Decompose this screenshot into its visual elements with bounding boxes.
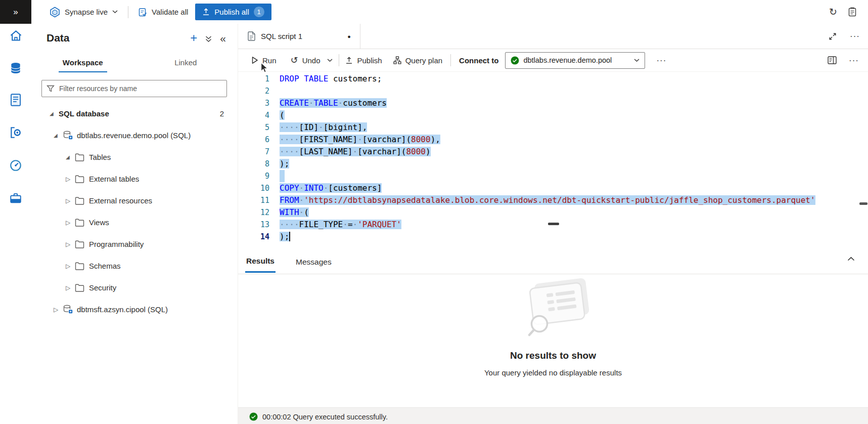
- code-line[interactable]: 10COPY·INTO·[customers]: [238, 182, 868, 194]
- tab-results[interactable]: Results: [245, 250, 276, 273]
- tree-collapsed-arrow-icon[interactable]: ▷: [66, 197, 75, 204]
- tree-item-external-tables[interactable]: ▷External tables: [31, 168, 237, 190]
- line-content[interactable]: ····[FIRST_NAME]·[varchar](8000),: [280, 134, 440, 146]
- line-number[interactable]: 13: [238, 219, 269, 231]
- line-number[interactable]: 6: [238, 134, 269, 146]
- nav-manage-button[interactable]: [8, 190, 23, 205]
- nav-integrate-button[interactable]: [8, 125, 23, 140]
- tree-collapsed-arrow-icon[interactable]: ▷: [66, 263, 75, 270]
- tab-more-actions-button[interactable]: ···: [850, 32, 860, 40]
- line-content[interactable]: CREATE·TABLE·customers: [280, 97, 387, 109]
- undo-button[interactable]: ↺ Undo: [291, 56, 321, 65]
- line-number[interactable]: 10: [238, 182, 269, 194]
- properties-panel-icon[interactable]: [828, 56, 837, 64]
- code-line[interactable]: 14);: [238, 231, 868, 243]
- code-line[interactable]: 6····[FIRST_NAME]·[varchar](8000),: [238, 134, 868, 146]
- line-number[interactable]: 14: [238, 231, 269, 243]
- tree-item-tables[interactable]: ◢Tables: [31, 146, 237, 168]
- line-number[interactable]: 1: [238, 73, 269, 85]
- line-number[interactable]: 4: [238, 109, 269, 121]
- line-content[interactable]: (: [280, 109, 285, 121]
- nav-develop-button[interactable]: [8, 92, 23, 107]
- tree-item-label: Security: [89, 283, 116, 292]
- validate-all-button[interactable]: Validate all: [139, 8, 188, 17]
- line-content[interactable]: WITH·(: [280, 206, 309, 219]
- scrollbar-thumb[interactable]: [859, 202, 867, 205]
- synapse-logo-icon: [50, 7, 60, 18]
- tree-collapsed-arrow-icon[interactable]: ▷: [66, 284, 75, 291]
- tab-sql-script-1[interactable]: SQL script 1 ●: [238, 24, 360, 49]
- query-plan-button[interactable]: Query plan: [393, 56, 442, 65]
- tree-collapsed-arrow-icon[interactable]: ▷: [66, 219, 75, 226]
- tree-item-external-resources[interactable]: ▷External resources: [31, 190, 237, 211]
- tree-expanded-arrow-icon[interactable]: ◢: [66, 154, 75, 160]
- collapse-panel-button[interactable]: «: [220, 33, 226, 44]
- nav-monitor-button[interactable]: [8, 158, 23, 173]
- code-line[interactable]: 3CREATE·TABLE·customers: [238, 97, 868, 109]
- nav-data-button[interactable]: [8, 60, 23, 75]
- script-tab-bar: SQL script 1 ● ···: [238, 24, 868, 49]
- clipboard-icon[interactable]: [848, 7, 857, 17]
- undo-dropdown-chevron[interactable]: [327, 59, 333, 62]
- environment-switcher[interactable]: Synapse live: [50, 7, 118, 18]
- tree-collapsed-arrow-icon[interactable]: ▷: [66, 176, 75, 183]
- line-number[interactable]: 12: [238, 206, 269, 219]
- gauge-icon: [9, 159, 22, 172]
- tab-workspace[interactable]: Workspace: [31, 55, 134, 72]
- code-line[interactable]: 12WITH·(: [238, 206, 868, 219]
- line-content[interactable]: [280, 170, 285, 182]
- toolbar-more-actions-button[interactable]: ···: [656, 56, 666, 65]
- line-content[interactable]: );: [280, 231, 290, 243]
- tree-item-programmability[interactable]: ▷Programmability: [31, 233, 237, 255]
- more-actions-button[interactable]: ···: [849, 56, 859, 65]
- code-line[interactable]: 8);: [238, 158, 868, 170]
- code-line[interactable]: 7····[LAST_NAME]·[varchar](8000): [238, 146, 868, 158]
- code-line[interactable]: 2: [238, 85, 868, 97]
- refresh-icon[interactable]: ↻: [829, 7, 837, 17]
- code-line[interactable]: 1DROP TABLE customers;: [238, 73, 868, 85]
- tree-item-schemas[interactable]: ▷Schemas: [31, 255, 237, 277]
- line-number[interactable]: 9: [238, 170, 269, 182]
- line-content[interactable]: ····[LAST_NAME]·[varchar](8000): [280, 146, 431, 158]
- line-content[interactable]: COPY·INTO·[customers]: [280, 182, 382, 194]
- line-content[interactable]: DROP TABLE customers;: [280, 73, 382, 85]
- code-line[interactable]: 5····[ID]·[bigint],: [238, 121, 868, 134]
- publish-button[interactable]: Publish: [345, 56, 382, 65]
- tree-item-dbtlabs-revenue-demo-pool-sql[interactable]: ◢dbtlabs.revenue.demo.pool (SQL): [31, 124, 237, 146]
- tree-collapsed-arrow-icon[interactable]: ▷: [66, 241, 75, 248]
- code-line[interactable]: 9: [238, 170, 868, 182]
- add-resource-button[interactable]: +: [190, 32, 197, 44]
- tree-item-security[interactable]: ▷Security: [31, 277, 237, 299]
- tree-item-dbtmsft-azsyn-cipool-sql[interactable]: ▷dbtmsft.azsyn.cipool (SQL): [31, 299, 237, 320]
- tree-item-views[interactable]: ▷Views: [31, 211, 237, 233]
- publish-all-button[interactable]: Publish all 1: [195, 4, 271, 20]
- nav-home-button[interactable]: [8, 28, 23, 43]
- code-line[interactable]: 4(: [238, 109, 868, 121]
- tab-messages[interactable]: Messages: [295, 251, 333, 272]
- collapse-results-chevron[interactable]: [847, 257, 855, 261]
- expand-nav-button[interactable]: »: [0, 0, 31, 24]
- expand-editor-icon[interactable]: [829, 32, 837, 40]
- line-number[interactable]: 2: [238, 85, 269, 97]
- results-splitter-handle[interactable]: [548, 223, 559, 225]
- tree-expanded-arrow-icon[interactable]: ◢: [54, 133, 63, 138]
- line-content[interactable]: ····[ID]·[bigint],: [280, 121, 367, 134]
- line-number[interactable]: 11: [238, 194, 269, 206]
- run-button[interactable]: Run: [251, 56, 277, 65]
- code-line[interactable]: 11FROM·'https://dbtlabsynapsedatalake.bl…: [238, 194, 868, 206]
- connect-to-dropdown[interactable]: dbtlabs.revenue.demo.pool: [505, 52, 645, 69]
- line-content[interactable]: FROM·'https://dbtlabsynapsedatalake.blob…: [280, 194, 815, 206]
- tab-linked[interactable]: Linked: [134, 55, 238, 72]
- tree-collapsed-arrow-icon[interactable]: ▷: [54, 306, 63, 313]
- line-number[interactable]: 3: [238, 97, 269, 109]
- double-chevron-down-icon[interactable]: [205, 35, 212, 43]
- line-content[interactable]: );: [280, 158, 289, 170]
- line-number[interactable]: 7: [238, 146, 269, 158]
- line-number[interactable]: 5: [238, 121, 269, 134]
- line-number[interactable]: 8: [238, 158, 269, 170]
- line-content[interactable]: ····FILE_TYPE·=·'PARQUET': [280, 219, 401, 231]
- filter-resources-input[interactable]: [41, 80, 227, 97]
- tree-item-label: Programmability: [89, 240, 144, 248]
- tree-expanded-arrow-icon[interactable]: ◢: [50, 111, 59, 116]
- tree-item-sql-database[interactable]: ◢SQL database2: [31, 103, 237, 124]
